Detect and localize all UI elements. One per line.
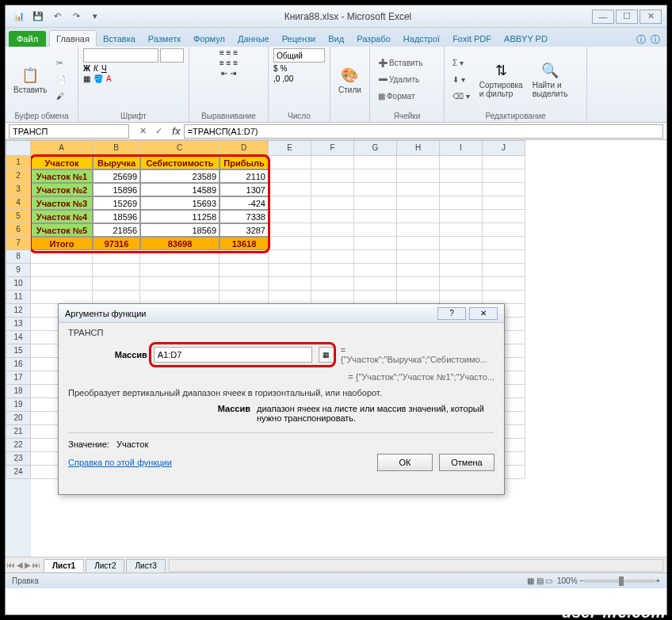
tab-nav-last-icon[interactable]: ⏭ — [32, 561, 40, 569]
align-horizontal[interactable]: ≡ ≡ ≡ — [220, 59, 238, 67]
cell[interactable] — [269, 223, 311, 237]
cut-icon[interactable]: ✂ — [53, 55, 69, 70]
font-color-button[interactable]: A — [106, 74, 112, 83]
cell[interactable] — [483, 196, 525, 210]
cell[interactable]: Участок №3 — [31, 196, 93, 210]
select-all-button[interactable] — [6, 140, 31, 156]
minimize-button[interactable]: — — [592, 10, 614, 24]
tab-addins[interactable]: Надстрої — [397, 31, 446, 47]
tab-nav-first-icon[interactable]: ⏮ — [7, 561, 15, 569]
row-header[interactable]: 24 — [6, 466, 31, 479]
cell[interactable] — [440, 183, 483, 196]
cell[interactable]: 21856 — [93, 223, 140, 237]
cell[interactable]: Участок №1 — [31, 169, 93, 183]
cell[interactable]: 25699 — [93, 169, 140, 183]
file-tab[interactable]: Файл — [9, 31, 46, 47]
row-header[interactable]: 5 — [6, 210, 31, 223]
sort-filter-button[interactable]: ⇅ Сортировка и фильтр — [476, 59, 526, 100]
cell[interactable] — [31, 291, 93, 304]
row-header[interactable]: 20 — [6, 412, 31, 425]
cell[interactable]: Прибыль — [220, 156, 269, 169]
cell[interactable] — [311, 183, 354, 196]
column-header[interactable]: J — [483, 140, 525, 156]
excel-icon[interactable]: 📊 — [10, 9, 28, 25]
row-header[interactable]: 11 — [6, 291, 31, 304]
ok-button[interactable]: ОК — [377, 454, 433, 471]
row-header[interactable]: 3 — [6, 183, 31, 196]
sheet-tab-3[interactable]: Лист3 — [126, 559, 165, 572]
percent-button[interactable]: % — [281, 64, 288, 73]
border-button[interactable]: ▦ — [83, 74, 90, 83]
cell[interactable] — [440, 250, 483, 264]
cell[interactable] — [220, 264, 269, 277]
row-header[interactable]: 13 — [6, 318, 31, 331]
cell[interactable] — [483, 264, 525, 277]
cell[interactable] — [440, 210, 483, 223]
zoom-level[interactable]: 100% — [557, 576, 578, 585]
italic-button[interactable]: К — [94, 64, 98, 73]
cell[interactable]: 11258 — [140, 210, 220, 223]
cell[interactable] — [483, 291, 525, 304]
close-button[interactable]: ✕ — [640, 10, 662, 24]
cell[interactable] — [220, 250, 269, 264]
row-header[interactable]: 4 — [6, 196, 31, 210]
align-vertical[interactable]: ≡ ≡ ≡ — [220, 48, 238, 57]
find-select-button[interactable]: 🔍 Найти и выделить — [529, 59, 571, 100]
cell[interactable] — [483, 277, 525, 291]
fill-button[interactable]: ⬇ ▾ — [449, 71, 473, 87]
tab-home[interactable]: Главная — [49, 30, 97, 47]
cell[interactable] — [269, 277, 311, 291]
clear-button[interactable]: ⌫ ▾ — [449, 88, 473, 104]
dialog-close-button[interactable]: ✕ — [469, 307, 498, 320]
cell[interactable] — [311, 277, 354, 291]
autosum-button[interactable]: Σ ▾ — [449, 55, 473, 70]
cell[interactable] — [31, 264, 93, 277]
undo-icon[interactable]: ↶ — [48, 9, 66, 25]
cell[interactable] — [311, 223, 354, 237]
sheet-tab-2[interactable]: Лист2 — [86, 559, 124, 572]
cell[interactable]: -424 — [220, 196, 269, 210]
view-normal-icon[interactable]: ▦ — [527, 576, 534, 585]
cell[interactable] — [397, 183, 440, 196]
view-layout-icon[interactable]: ▤ — [536, 576, 544, 585]
cell[interactable] — [397, 277, 440, 291]
cell[interactable]: 14589 — [140, 183, 220, 196]
cell[interactable] — [397, 196, 440, 210]
cell[interactable] — [440, 196, 483, 210]
cell[interactable]: 97316 — [93, 237, 140, 250]
row-header[interactable]: 2 — [6, 169, 31, 183]
cell[interactable] — [311, 291, 354, 304]
cell[interactable] — [354, 250, 397, 264]
row-header[interactable]: 17 — [6, 371, 31, 385]
cell[interactable] — [269, 210, 311, 223]
range-selector-button[interactable]: ▦ — [319, 347, 334, 363]
cell[interactable] — [483, 223, 525, 237]
cell[interactable] — [440, 223, 483, 237]
row-header[interactable]: 22 — [6, 439, 31, 452]
increase-decimal-button[interactable]: ,0 — [273, 74, 280, 83]
enter-formula-icon[interactable]: ✓ — [151, 126, 166, 136]
cell[interactable] — [440, 291, 483, 304]
format-painter-icon[interactable]: 🖌 — [53, 88, 69, 104]
column-header[interactable]: A — [31, 140, 93, 156]
row-header[interactable]: 14 — [6, 331, 31, 344]
tab-nav-next-icon[interactable]: ▶ — [25, 561, 31, 569]
cell[interactable] — [440, 169, 483, 183]
cell[interactable]: 13618 — [220, 237, 269, 250]
cell[interactable] — [354, 223, 397, 237]
column-header[interactable]: G — [354, 140, 397, 156]
cell[interactable]: 83698 — [140, 237, 220, 250]
column-header[interactable]: H — [397, 140, 440, 156]
column-header[interactable]: D — [220, 140, 269, 156]
cell[interactable] — [93, 264, 140, 277]
cell[interactable] — [483, 210, 525, 223]
bold-button[interactable]: Ж — [83, 64, 90, 73]
delete-cells-button[interactable]: ➖ Удалить — [375, 71, 426, 87]
tab-abbyy[interactable]: ABBYY PD — [498, 31, 554, 47]
tab-foxit[interactable]: Foxit PDF — [446, 31, 498, 47]
row-header[interactable]: 18 — [6, 385, 31, 398]
paste-button[interactable]: 📋 Вставить — [10, 63, 50, 96]
tab-insert[interactable]: Вставка — [97, 31, 142, 47]
cell[interactable] — [440, 264, 483, 277]
cell[interactable]: Итого — [31, 237, 93, 250]
